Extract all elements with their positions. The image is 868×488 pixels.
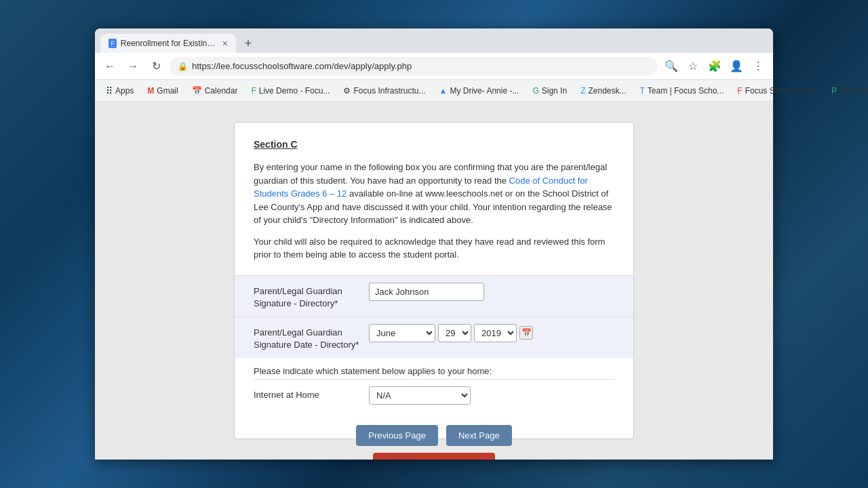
- bookmark-focus-infra-label: Focus Infrastructu...: [353, 86, 425, 96]
- guardian-date-row: Parent/Legal Guardian Signature Date - D…: [235, 317, 633, 358]
- extension-icon[interactable]: 🧩: [705, 57, 724, 76]
- bookmark-my-drive[interactable]: ▲ My Drive- Annie -...: [434, 84, 525, 98]
- please-indicate-text: Please indicate which statement below ap…: [254, 366, 614, 376]
- active-tab[interactable]: F Reenrollment for Existing Stu... ×: [100, 34, 236, 53]
- address-bar: ← → ↻ 🔒 https://lee.focusschoolsoftware.…: [95, 53, 773, 80]
- internet-row: Internet at Home N/A Yes - Broadband Yes…: [254, 379, 614, 411]
- bookmark-focus-infra[interactable]: ⚙ Focus Infrastructu...: [338, 84, 431, 98]
- guardian-date-label: Parent/Legal Guardian Signature Date - D…: [254, 324, 369, 351]
- bookmark-pdo-label: PDO Request: [840, 86, 868, 96]
- profile-icon[interactable]: 👤: [727, 57, 746, 76]
- bookmark-sign-in-label: Sign In: [542, 86, 567, 96]
- bookmark-focus-school[interactable]: F Focus School Soft...: [732, 84, 823, 98]
- bookmark-sign-in[interactable]: G Sign In: [527, 84, 572, 98]
- star-icon[interactable]: ☆: [684, 57, 703, 76]
- page-content: Section C By entering your name in the f…: [95, 102, 773, 460]
- search-icon[interactable]: 🔍: [662, 57, 681, 76]
- bookmarks-bar: ⠿ Apps M Gmail 📅 Calendar F Live Demo - …: [95, 80, 773, 102]
- bookmark-livedemo-label: Live Demo - Focu...: [259, 86, 330, 96]
- guardian-signature-input[interactable]: [369, 283, 484, 301]
- bookmark-apps[interactable]: ⠿ Apps: [100, 83, 139, 98]
- url-text: https://lee.focusschoolsoftware.com/dev/…: [192, 61, 412, 71]
- bookmark-apps-label: Apps: [115, 86, 134, 96]
- refresh-button[interactable]: ↻: [146, 57, 165, 76]
- form-card: Section C By entering your name in the f…: [234, 122, 634, 439]
- day-select[interactable]: 29 for(let i=1;i<=31;i++){if(i!==29)docu…: [438, 324, 471, 342]
- section-title: Section C: [254, 139, 614, 150]
- bookmark-calendar-label: Calendar: [205, 86, 238, 96]
- month-select[interactable]: June JanuaryFebruaryMarch AprilMayJuly A…: [369, 324, 435, 342]
- toolbar-icons: 🔍 ☆ 🧩 👤 ⋮: [662, 57, 768, 76]
- internet-label: Internet at Home: [254, 386, 369, 401]
- tab-close-button[interactable]: ×: [222, 38, 228, 49]
- bookmark-focus-school-label: Focus School Soft...: [745, 86, 818, 96]
- calendar-icon[interactable]: 📅: [519, 326, 533, 340]
- bookmark-team-focus[interactable]: T Team | Focus Scho...: [635, 84, 730, 98]
- save-button-wrapper: Save and Continue Later: [254, 453, 614, 460]
- forward-button[interactable]: →: [123, 57, 142, 76]
- bookmark-pdo[interactable]: P PDO Request: [826, 84, 868, 98]
- internet-select[interactable]: N/A Yes - Broadband Yes - Mobile No: [369, 386, 471, 405]
- date-group: June JanuaryFebruaryMarch AprilMayJuly A…: [369, 324, 614, 342]
- guardian-signature-row: Parent/Legal Guardian Signature - Direct…: [235, 275, 633, 317]
- bookmark-calendar[interactable]: 📅 Calendar: [186, 84, 243, 98]
- bookmark-team-focus-label: Team | Focus Scho...: [648, 86, 724, 96]
- guardian-label: Parent/Legal Guardian Signature - Direct…: [254, 283, 369, 310]
- new-tab-button[interactable]: +: [239, 34, 258, 53]
- back-button[interactable]: ←: [100, 57, 119, 76]
- more-icon[interactable]: ⋮: [749, 57, 768, 76]
- url-bar[interactable]: 🔒 https://lee.focusschoolsoftware.com/de…: [170, 57, 658, 76]
- bookmark-livedemo[interactable]: F Live Demo - Focu...: [245, 84, 335, 98]
- tab-favicon: F: [108, 39, 117, 48]
- tab-title: Reenrollment for Existing Stu...: [121, 39, 216, 48]
- bookmark-zendesk-label: Zendesk...: [588, 86, 626, 96]
- year-select[interactable]: 2019 201820202021: [474, 324, 517, 342]
- previous-page-button[interactable]: Previous Page: [356, 425, 438, 446]
- guardian-date-inputs: June JanuaryFebruaryMarch AprilMayJuly A…: [369, 324, 614, 342]
- next-page-button[interactable]: Next Page: [446, 425, 512, 446]
- bookmark-gmail-label: Gmail: [157, 86, 178, 96]
- intro-text: By entering your name in the following b…: [254, 161, 614, 227]
- button-row: Previous Page Next Page: [254, 425, 614, 446]
- bookmark-my-drive-label: My Drive- Annie -...: [450, 86, 519, 96]
- internet-input-wrapper: N/A Yes - Broadband Yes - Mobile No: [369, 386, 614, 405]
- bookmark-zendesk[interactable]: Z Zendesk...: [575, 84, 631, 98]
- save-continue-button[interactable]: Save and Continue Later: [373, 453, 495, 460]
- child-text: Your child will also be required to ackn…: [254, 235, 614, 262]
- guardian-input-wrapper: [369, 283, 614, 301]
- secure-icon: 🔒: [178, 62, 188, 71]
- tab-bar: F Reenrollment for Existing Stu... × +: [95, 28, 773, 53]
- bookmark-gmail[interactable]: M Gmail: [142, 84, 183, 98]
